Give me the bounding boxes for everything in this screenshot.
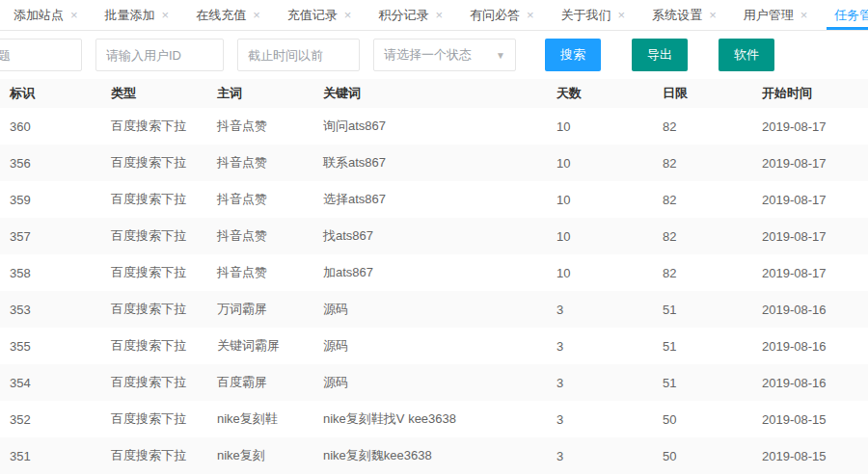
filter-bar: 请选择一个状态 ▼ 搜索 导出 软件 [0, 31, 868, 79]
col-header-main-word: 主词 [207, 85, 313, 102]
close-icon[interactable]: × [162, 8, 170, 22]
cell-days: 3 [547, 412, 653, 427]
tab-item[interactable]: 关于我们 × [548, 0, 639, 30]
cell-type: 百度搜索下拉 [101, 410, 207, 428]
cell-id: 353 [0, 303, 101, 317]
close-icon[interactable]: × [344, 8, 352, 22]
cell-daily-limit: 82 [653, 266, 752, 280]
cell-keyword: 询问ats867 [313, 118, 547, 135]
cell-keyword: 找ats867 [313, 227, 547, 245]
export-button[interactable]: 导出 [632, 39, 688, 71]
cell-type: 百度搜索下拉 [101, 337, 207, 355]
cell-type: 百度搜索下拉 [101, 374, 207, 391]
cell-id: 354 [0, 376, 101, 390]
cell-id: 351 [0, 449, 101, 463]
table-row: 352 百度搜索下拉 nike复刻鞋 nike复刻鞋找V kee3638 3 5… [0, 401, 868, 437]
cell-keyword: 源码 [313, 301, 547, 318]
tab-label: 积分记录 [378, 7, 428, 24]
cell-start-time: 2019-08-17 [752, 193, 868, 207]
cell-main-word: 抖音点赞 [207, 227, 313, 245]
table-header-row: 标识 类型 主词 关键词 天数 日限 开始时间 [0, 79, 868, 108]
col-header-start-time: 开始时间 [752, 85, 868, 102]
cell-main-word: 抖音点赞 [207, 191, 313, 208]
cell-start-time: 2019-08-15 [752, 412, 868, 427]
close-icon[interactable]: × [70, 8, 78, 22]
cell-type: 百度搜索下拉 [101, 227, 207, 245]
close-icon[interactable]: × [618, 8, 626, 22]
cell-type: 百度搜索下拉 [101, 118, 207, 135]
cell-daily-limit: 51 [653, 303, 752, 317]
tab-label: 添加站点 [14, 7, 64, 24]
table-row: 355 百度搜索下拉 关键词霸屏 源码 3 51 2019-08-16 [0, 328, 868, 364]
tab-item[interactable]: 批量添加 × [92, 0, 183, 30]
cell-daily-limit: 82 [653, 193, 752, 207]
cell-start-time: 2019-08-16 [752, 303, 868, 317]
cell-id: 356 [0, 156, 101, 171]
tab-bar: × 添加站点 × 批量添加 × 在线充值 × 充值记录 × 积分记录 × 有问必… [0, 0, 868, 31]
cell-keyword: nike复刻魏kee3638 [313, 447, 547, 464]
col-header-type: 类型 [101, 85, 207, 102]
cell-keyword: 选择ats867 [313, 191, 547, 208]
close-icon[interactable]: × [253, 8, 260, 22]
cell-id: 358 [0, 266, 101, 280]
cell-days: 3 [547, 303, 653, 317]
close-icon[interactable]: × [527, 8, 534, 22]
close-icon[interactable]: × [709, 8, 717, 22]
cell-daily-limit: 50 [653, 449, 752, 463]
tab-item[interactable]: 添加站点 × [0, 0, 92, 30]
cell-main-word: 抖音点赞 [207, 154, 313, 172]
tab-label: 任务管理 [834, 7, 868, 24]
cell-daily-limit: 82 [653, 229, 752, 244]
cell-start-time: 2019-08-17 [752, 266, 868, 280]
cell-days: 10 [547, 119, 653, 134]
table-row: 353 百度搜索下拉 万词霸屏 源码 3 51 2019-08-16 [0, 291, 868, 328]
cell-main-word: 抖音点赞 [207, 118, 313, 135]
cell-id: 359 [0, 193, 101, 207]
col-header-id: 标识 [0, 85, 101, 102]
software-button[interactable]: 软件 [719, 39, 774, 71]
user-id-input[interactable] [95, 39, 224, 71]
table-row: 358 百度搜索下拉 抖音点赞 加ats867 10 82 2019-08-17 [0, 254, 868, 291]
cell-main-word: 万词霸屏 [207, 301, 313, 318]
col-header-keyword: 关键词 [313, 85, 547, 102]
cell-start-time: 2019-08-17 [752, 229, 868, 244]
tab-item[interactable]: 用户管理 × [730, 0, 822, 30]
tab-item[interactable]: 有问必答 × [456, 0, 548, 30]
tab-label: 在线充值 [196, 7, 246, 24]
table-row: 356 百度搜索下拉 抖音点赞 联系ats867 10 82 2019-08-1… [0, 145, 868, 181]
cell-type: 百度搜索下拉 [101, 447, 207, 464]
tab-label: 系统设置 [652, 7, 702, 24]
cell-days: 10 [547, 193, 653, 207]
deadline-input[interactable] [237, 39, 360, 71]
cell-keyword: nike复刻鞋找V kee3638 [313, 410, 547, 428]
tab-item[interactable]: 系统设置 × [638, 0, 730, 30]
col-header-daily-limit: 日限 [653, 85, 752, 102]
cell-keyword: 联系ats867 [313, 154, 547, 172]
tab-label: 有问必答 [470, 7, 520, 24]
cell-days: 10 [547, 156, 653, 171]
tab-item[interactable]: 积分记录 × [365, 0, 456, 30]
status-select[interactable]: 请选择一个状态 ▼ [373, 39, 516, 71]
cell-days: 10 [547, 266, 653, 280]
cell-start-time: 2019-08-17 [752, 156, 868, 171]
tab-item[interactable]: 任务管理 × [821, 0, 868, 30]
close-icon[interactable]: × [435, 8, 443, 22]
search-button[interactable]: 搜索 [545, 39, 601, 71]
cell-type: 百度搜索下拉 [101, 154, 207, 172]
tab-item[interactable]: 在线充值 × [182, 0, 274, 30]
title-input[interactable] [0, 39, 82, 71]
cell-id: 360 [0, 119, 101, 134]
tab-label: 用户管理 [744, 7, 794, 24]
tab-label: 充值记录 [287, 7, 338, 24]
close-icon[interactable]: × [800, 8, 808, 22]
tab-label: 关于我们 [561, 7, 611, 24]
cell-main-word: 关键词霸屏 [207, 337, 313, 355]
cell-days: 3 [547, 449, 653, 463]
cell-daily-limit: 51 [653, 376, 752, 390]
chevron-down-icon: ▼ [496, 50, 505, 61]
cell-start-time: 2019-08-15 [752, 449, 868, 463]
tab-item[interactable]: 充值记录 × [274, 0, 366, 30]
cell-days: 3 [547, 376, 653, 390]
col-header-days: 天数 [547, 85, 653, 102]
tab-label: 批量添加 [105, 7, 155, 24]
